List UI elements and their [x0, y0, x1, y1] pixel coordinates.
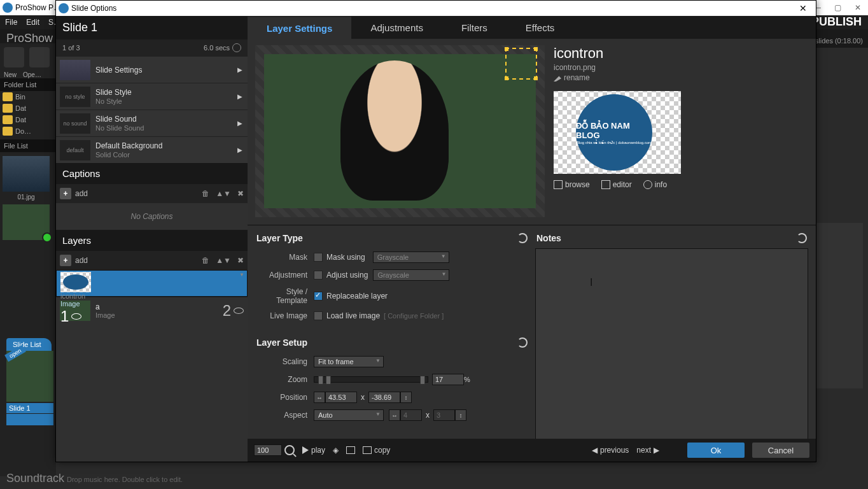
aspect-h-handle[interactable]: ↕: [455, 409, 466, 421]
file-thumbnail[interactable]: [3, 204, 50, 240]
publish-button[interactable]: PUBLISH: [811, 15, 862, 29]
pos-x-handle[interactable]: ↔: [314, 392, 325, 403]
tag-button[interactable]: ◈: [333, 446, 339, 455]
tab-effects[interactable]: Effects: [507, 16, 574, 39]
slide-info: 1 of 3 6.0 secs: [56, 39, 248, 56]
aspect-w-handle[interactable]: ↔: [389, 409, 400, 421]
replaceable-checkbox[interactable]: [314, 292, 323, 301]
sort-icon[interactable]: ▲▼: [216, 256, 231, 265]
dialog-footer: 100 play ◈ copy ◀previous next▶ Ok Cance…: [248, 439, 816, 462]
aspect-h-input[interactable]: 3: [433, 409, 455, 421]
zoom-input[interactable]: 17: [432, 374, 464, 385]
magnify-icon[interactable]: [284, 445, 295, 455]
preview-area: icontron icontron.png rename ĐỖ BẢO NAM …: [248, 39, 816, 225]
new-button[interactable]: [4, 47, 24, 67]
zoom-slider[interactable]: [314, 376, 428, 383]
slide-duration: 6.0 secs: [204, 44, 230, 52]
tab-adjustments[interactable]: Adjustments: [351, 16, 442, 39]
copy-button[interactable]: copy: [363, 446, 390, 455]
right-thumbnails: [812, 223, 863, 388]
window-button[interactable]: [346, 446, 355, 454]
tab-layer-settings[interactable]: Layer Settings: [248, 16, 351, 39]
wrench-icon[interactable]: ✖: [237, 189, 244, 198]
footer-zoom-input[interactable]: 100: [254, 444, 282, 456]
previous-button[interactable]: ◀previous: [592, 446, 629, 455]
refresh-icon[interactable]: [517, 233, 528, 243]
layer-info: icontron icontron.png rename ĐỖ BẢO NAM …: [554, 45, 681, 217]
check-icon: [42, 232, 52, 243]
default-background-row[interactable]: default Default BackgroundSolid Color ▶: [56, 136, 248, 163]
settings-thumbnail: [60, 60, 90, 80]
close-icon[interactable]: ✕: [848, 3, 868, 12]
style-thumbnail: no style: [60, 87, 90, 107]
selection-handles[interactable]: [505, 48, 537, 80]
eye-icon[interactable]: [71, 313, 81, 320]
slide-sound-row[interactable]: no sound Slide SoundNo Slide Sound ▶: [56, 110, 248, 136]
add-layer-button[interactable]: +: [60, 255, 71, 266]
slide-settings-row[interactable]: Slide Settings ▶: [56, 56, 248, 83]
soundtrack-bar[interactable]: Soundtrack Drop music here. Double click…: [0, 468, 868, 489]
folder-item[interactable]: Dat: [0, 103, 56, 114]
slide-thumbnail[interactable]: open: [6, 351, 53, 402]
configure-folder-link[interactable]: [ Configure Folder ]: [384, 312, 444, 320]
refresh-icon[interactable]: [797, 233, 807, 243]
folder-item[interactable]: Bin: [0, 91, 56, 103]
position-y-input[interactable]: -38.69: [368, 392, 400, 403]
chevron-right-icon: ▶: [237, 146, 242, 153]
ok-button[interactable]: Ok: [687, 443, 745, 458]
play-icon: [302, 446, 309, 454]
scaling-select[interactable]: Fit to frame: [314, 356, 384, 367]
mask-checkbox[interactable]: [314, 253, 323, 262]
rename-button[interactable]: rename: [554, 73, 681, 82]
layers-toolbar: + add 🗑 ▲▼ ✖: [56, 251, 248, 270]
slide-label: Slide 1: [6, 403, 53, 413]
slide-preview[interactable]: [255, 45, 545, 217]
layer-setup-header: Layer Setup: [256, 337, 307, 348]
slide-style-row[interactable]: no style Slide StyleNo Style ▶: [56, 83, 248, 110]
menu-file[interactable]: File: [5, 18, 17, 27]
live-image-checkbox[interactable]: [314, 311, 323, 320]
tab-filters[interactable]: Filters: [442, 16, 507, 39]
pos-y-handle[interactable]: ↕: [400, 392, 412, 403]
file-list-header: File List: [0, 139, 56, 152]
adjustment-checkbox[interactable]: [314, 271, 323, 280]
slide-header: Slide 1: [56, 16, 248, 39]
file-thumbnail[interactable]: 01.jpg: [3, 156, 50, 192]
next-button[interactable]: next▶: [636, 446, 659, 455]
cancel-button[interactable]: Cancel: [752, 443, 809, 458]
open-button[interactable]: [29, 47, 50, 67]
maximize-icon[interactable]: ▢: [827, 3, 848, 12]
dialog-close-button[interactable]: ✕: [790, 3, 816, 13]
refresh-icon[interactable]: [517, 337, 528, 348]
adjust-select[interactable]: Grayscale: [373, 269, 449, 281]
add-caption-button[interactable]: +: [60, 188, 71, 199]
layer-item-icontron[interactable]: icontronImage 1: [56, 270, 248, 297]
info-button[interactable]: info: [643, 180, 667, 189]
wrench-icon[interactable]: ✖: [237, 256, 244, 265]
aspect-select[interactable]: Auto: [314, 409, 384, 421]
folder-item[interactable]: Do…: [0, 125, 56, 137]
sort-icon[interactable]: ▲▼: [216, 189, 231, 198]
dialog-titlebar: Slide Options ✕: [56, 1, 816, 16]
trash-icon[interactable]: 🗑: [202, 189, 209, 198]
layer-thumbnail: [60, 272, 91, 292]
slide-controls[interactable]: [6, 414, 53, 425]
browse-button[interactable]: browse: [554, 180, 590, 189]
aspect-w-input[interactable]: 4: [400, 409, 422, 421]
menu-edit[interactable]: Edit: [26, 18, 39, 27]
position-x-input[interactable]: 43.53: [325, 392, 357, 403]
editor-button[interactable]: editor: [601, 180, 632, 189]
captions-header: Captions: [56, 163, 248, 184]
add-label: add: [75, 256, 88, 265]
folder-item[interactable]: Dat: [0, 114, 56, 125]
trash-icon[interactable]: 🗑: [202, 256, 209, 265]
play-button[interactable]: play: [302, 446, 325, 455]
chevron-right-icon: ▶: [237, 120, 242, 127]
captions-toolbar: + add 🗑 ▲▼ ✖: [56, 184, 248, 203]
app-title: ProShow P…: [15, 3, 61, 12]
slide-list-tab[interactable]: Slide List: [6, 338, 52, 351]
dialog-logo-icon: [59, 3, 69, 13]
mask-select[interactable]: Grayscale: [373, 252, 449, 263]
notes-textarea[interactable]: I: [535, 248, 808, 439]
dialog-left-pane: Slide 1 1 of 3 6.0 secs Slide Settings ▶…: [56, 16, 248, 462]
